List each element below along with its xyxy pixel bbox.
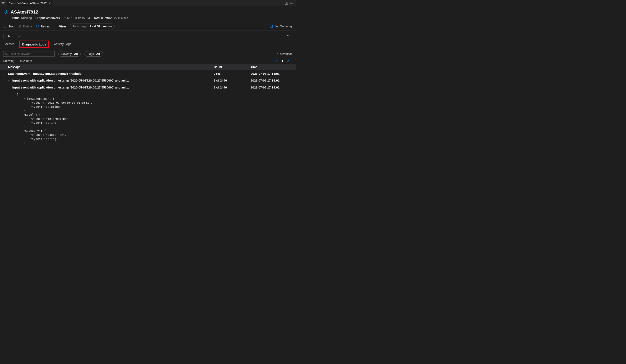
filter-keyword[interactable] bbox=[3, 51, 55, 57]
column-message: Message bbox=[0, 65, 214, 69]
search-icon bbox=[5, 52, 8, 55]
close-icon[interactable]: ✕ bbox=[48, 2, 51, 5]
current-page: 1 bbox=[282, 59, 283, 63]
next-page-icon[interactable]: > bbox=[287, 59, 289, 63]
svg-point-4 bbox=[292, 3, 293, 3]
logs-filter[interactable]: Logs : All bbox=[84, 51, 103, 57]
prev-page-icon[interactable]: < bbox=[276, 59, 277, 63]
job-name: ASAtest7912 bbox=[11, 9, 38, 15]
row-time: 2021-07-06 17:14:01 bbox=[251, 79, 296, 82]
job-header: ASAtest7912 Status Running Output waterm… bbox=[0, 6, 296, 22]
svg-rect-7 bbox=[4, 25, 6, 28]
row-message: LateInputEvent - InputEventLateBeyondThr… bbox=[8, 72, 214, 75]
chevron-down-icon[interactable]: ⌄ bbox=[0, 72, 8, 75]
time-range-label: Time range : bbox=[73, 25, 89, 28]
external-link-icon bbox=[276, 52, 278, 55]
refresh-icon bbox=[36, 25, 39, 28]
editor-tab[interactable]: Cloud Job View: ASAtest7912 ✕ bbox=[6, 0, 53, 6]
svg-point-8 bbox=[5, 53, 7, 55]
stop-button[interactable]: Stop bbox=[3, 25, 15, 28]
more-icon[interactable] bbox=[290, 2, 293, 5]
duration-value: 27 minutes bbox=[114, 16, 128, 20]
toolbar-divider bbox=[55, 24, 55, 29]
tab-activity-logs[interactable]: Activity Logs bbox=[54, 42, 71, 48]
row-message: Input event with application timestamp '… bbox=[12, 79, 214, 82]
split-layout-icon[interactable] bbox=[285, 2, 288, 5]
scope-value: Job bbox=[5, 35, 10, 38]
tab-diagnostic-logs[interactable]: Diagnostic Logs bbox=[19, 40, 49, 48]
table-row[interactable]: ⌄ LateInputEvent - InputEventLateBeyondT… bbox=[0, 70, 296, 77]
pager: < 1 > bbox=[276, 59, 292, 63]
toolbar-divider bbox=[118, 24, 119, 29]
row-count: 2 of 2446 bbox=[214, 86, 251, 89]
advanced-link[interactable]: Advanced bbox=[276, 52, 292, 56]
svg-point-6 bbox=[6, 11, 7, 13]
stream-analytics-icon bbox=[4, 10, 9, 14]
chevron-right-icon[interactable]: › bbox=[4, 79, 12, 82]
hamburger-icon[interactable] bbox=[0, 2, 6, 5]
watermark-value: 07/06/21 03:12:15 PM bbox=[62, 16, 90, 20]
scope-dropdown[interactable]: Job ⌄ bbox=[3, 33, 34, 39]
svg-point-2 bbox=[290, 3, 291, 3]
refresh-button[interactable]: Refresh bbox=[36, 25, 51, 28]
tab-metrics[interactable]: Metrics bbox=[4, 42, 14, 48]
filter-input[interactable] bbox=[10, 52, 53, 56]
column-time: Time bbox=[251, 65, 296, 69]
tab-title: Cloud Job View: ASAtest7912 bbox=[9, 2, 47, 5]
status-value: Running bbox=[21, 16, 32, 20]
filter-bar: Severity : All Logs : All Advanced bbox=[0, 48, 296, 58]
watermark-label: Output watermark bbox=[36, 16, 60, 20]
results-summary: Showing 1-2 of 2 items bbox=[3, 59, 32, 63]
time-range-selector[interactable]: Time range : Last 30 minutes bbox=[70, 24, 115, 29]
chevron-down-icon: ⌄ bbox=[18, 35, 20, 38]
table-row[interactable]: › Input event with application timestamp… bbox=[0, 77, 296, 84]
stop-icon bbox=[3, 25, 6, 28]
row-count: 2446 bbox=[214, 72, 251, 75]
editor-tab-bar: Cloud Job View: ASAtest7912 ✕ bbox=[0, 0, 296, 6]
duration-label: Total duration bbox=[94, 16, 112, 20]
row-time: 2021-07-06 17:14:01 bbox=[251, 72, 296, 75]
row-count: 1 of 2446 bbox=[214, 79, 251, 82]
log-json-detail: { "TimeGenerated": { "value": "2021-07-0… bbox=[0, 91, 296, 147]
table-row[interactable]: ⌄ Input event with application timestamp… bbox=[0, 84, 296, 91]
job-summary-button[interactable]: Job Summary bbox=[270, 25, 292, 28]
table-header: Message Count Time bbox=[0, 64, 296, 70]
status-label: Status bbox=[11, 16, 19, 20]
collapse-section-icon[interactable]: ⌃ bbox=[286, 34, 292, 38]
svg-point-3 bbox=[291, 3, 292, 3]
severity-filter[interactable]: Severity : All bbox=[58, 51, 81, 57]
toolbar: Stop Delete Refresh View Time range : La… bbox=[0, 22, 296, 31]
row-time: 2021-07-06 17:14:01 bbox=[251, 86, 296, 89]
time-range-value: Last 30 minutes bbox=[90, 25, 112, 28]
delete-button: Delete bbox=[18, 25, 32, 28]
chevron-down-icon[interactable]: ⌄ bbox=[4, 85, 12, 89]
log-tabs: Metrics Diagnostic Logs Activity Logs bbox=[0, 39, 296, 48]
view-button[interactable]: View bbox=[59, 25, 66, 28]
column-count: Count bbox=[214, 65, 251, 69]
trash-icon bbox=[18, 25, 22, 28]
row-message: Input event with application timestamp '… bbox=[12, 86, 214, 89]
document-icon bbox=[270, 25, 273, 28]
